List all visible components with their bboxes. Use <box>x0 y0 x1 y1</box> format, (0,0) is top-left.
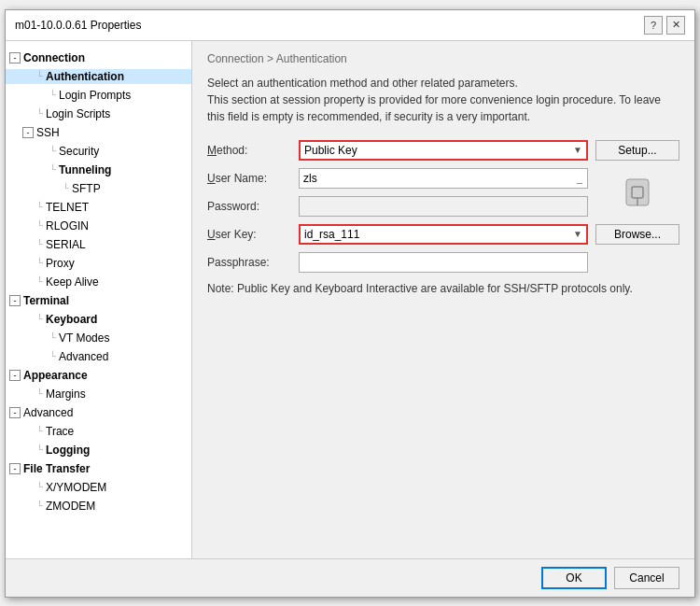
properties-dialog: m01-10.0.0.61 Properties ? ✕ -Connection… <box>5 9 695 598</box>
breadcrumb: Connection > Authentication <box>207 52 679 65</box>
sidebar-item-file-transfer[interactable]: -File Transfer <box>6 459 191 478</box>
sidebar-item-zmodem[interactable]: └ZMODEM <box>6 497 191 515</box>
sidebar-item-label-trace: Trace <box>46 425 74 438</box>
userkey-select[interactable]: id_rsa_111 ▼ <box>299 224 588 245</box>
method-select[interactable]: Public Key ▼ <box>299 140 588 161</box>
sidebar-item-label-margins: Margins <box>46 388 86 401</box>
title-bar: m01-10.0.0.61 Properties ? ✕ <box>6 10 694 41</box>
sidebar: -Connection└Authentication└Login Prompts… <box>6 41 192 558</box>
note-text: Note: Public Key and Keyboard Interactiv… <box>207 280 679 297</box>
sidebar-item-tunneling[interactable]: └Tunneling <box>6 161 191 179</box>
sidebar-item-label-authentication: Authentication <box>46 70 124 83</box>
title-bar-left: m01-10.0.0.61 Properties <box>15 19 141 32</box>
sidebar-item-label-telnet: TELNET <box>46 201 89 214</box>
cursor-indicator: _ <box>577 173 582 184</box>
sidebar-item-advanced[interactable]: └Advanced <box>6 347 191 366</box>
sidebar-item-label-vt-modes: VT Modes <box>59 331 109 345</box>
expand-icon-ssh[interactable]: - <box>22 127 34 138</box>
sidebar-item-xymodem[interactable]: └X/YMODEM <box>6 478 191 497</box>
method-dropdown-arrow: ▼ <box>573 145 582 155</box>
sidebar-item-appearance[interactable]: -Appearance <box>6 366 191 385</box>
passphrase-input[interactable] <box>299 252 588 273</box>
sidebar-item-connection[interactable]: -Connection <box>6 49 191 67</box>
sidebar-item-label-rlogin: RLOGIN <box>46 219 89 233</box>
sidebar-item-label-ssh: SSH <box>36 126 60 139</box>
sidebar-item-login-prompts[interactable]: └Login Prompts <box>6 86 191 105</box>
desc-text1: Select an authentication method and othe… <box>207 77 518 90</box>
ok-button[interactable]: OK <box>541 567 607 589</box>
cancel-button[interactable]: Cancel <box>614 567 679 589</box>
sidebar-item-label-proxy: Proxy <box>46 257 75 270</box>
sidebar-item-label-zmodem: ZMODEM <box>46 500 95 513</box>
sidebar-item-label-security: Security <box>59 145 99 158</box>
sidebar-item-sftp[interactable]: └SFTP <box>6 179 191 198</box>
title-bar-controls: ? ✕ <box>644 16 685 35</box>
sidebar-item-telnet[interactable]: └TELNET <box>6 198 191 217</box>
sidebar-item-label-advanced2: Advanced <box>23 406 73 419</box>
expand-icon-terminal[interactable]: - <box>9 295 21 306</box>
sidebar-item-vt-modes[interactable]: └VT Modes <box>6 329 191 347</box>
key-icon-area <box>595 172 679 213</box>
close-button[interactable]: ✕ <box>666 16 685 35</box>
sidebar-item-logging[interactable]: └Logging <box>6 441 191 459</box>
description1: Select an authentication method and othe… <box>207 75 679 125</box>
key-icon <box>619 172 656 213</box>
userkey-label: User Key: <box>207 228 291 241</box>
sidebar-item-label-keyboard: Keyboard <box>46 313 97 326</box>
expand-icon-advanced2[interactable]: - <box>9 407 21 418</box>
dialog-title: m01-10.0.0.61 Properties <box>15 19 141 32</box>
dialog-footer: OK Cancel <box>6 558 694 597</box>
sidebar-item-label-advanced: Advanced <box>59 350 108 363</box>
sidebar-item-label-connection: Connection <box>23 51 85 64</box>
dialog-body: -Connection└Authentication└Login Prompts… <box>6 41 694 558</box>
sidebar-item-ssh[interactable]: -SSH <box>6 123 191 142</box>
sidebar-item-label-serial: SERIAL <box>46 238 86 251</box>
username-label: User Name: <box>207 172 291 185</box>
sidebar-item-terminal[interactable]: -Terminal <box>6 291 191 310</box>
sidebar-item-login-scripts[interactable]: └Login Scripts <box>6 105 191 123</box>
sidebar-item-label-sftp: SFTP <box>72 182 101 195</box>
sidebar-item-label-logging: Logging <box>46 444 90 457</box>
sidebar-item-label-file-transfer: File Transfer <box>23 462 90 475</box>
sidebar-item-label-login-prompts: Login Prompts <box>59 89 131 102</box>
expand-icon-connection[interactable]: - <box>9 52 21 63</box>
sidebar-item-keyboard[interactable]: └Keyboard <box>6 310 191 329</box>
password-label: Password: <box>207 200 291 213</box>
sidebar-item-label-xymodem: X/YMODEM <box>46 481 106 494</box>
main-content: Connection > Authentication Select an au… <box>192 41 694 558</box>
sidebar-item-label-tunneling: Tunneling <box>59 163 111 176</box>
method-label-text: Method: <box>207 144 247 157</box>
userkey-value: id_rsa_111 <box>304 228 359 241</box>
expand-icon-appearance[interactable]: - <box>9 370 21 381</box>
sidebar-item-proxy[interactable]: └Proxy <box>6 254 191 273</box>
sidebar-item-label-appearance: Appearance <box>23 369 88 382</box>
sidebar-item-label-keep-alive: Keep Alive <box>46 275 99 289</box>
sidebar-item-margins[interactable]: └Margins <box>6 385 191 403</box>
sidebar-item-serial[interactable]: └SERIAL <box>6 235 191 254</box>
sidebar-item-label-terminal: Terminal <box>23 294 69 307</box>
setup-button[interactable]: Setup... <box>595 140 679 161</box>
userkey-dropdown-arrow: ▼ <box>573 229 582 239</box>
expand-icon-file-transfer[interactable]: - <box>9 463 21 474</box>
sidebar-item-label-login-scripts: Login Scripts <box>46 107 110 120</box>
sidebar-item-trace[interactable]: └Trace <box>6 422 191 441</box>
sidebar-item-keep-alive[interactable]: └Keep Alive <box>6 273 191 291</box>
help-button[interactable]: ? <box>644 16 663 35</box>
passphrase-label: Passphrase: <box>207 256 291 269</box>
sidebar-item-authentication[interactable]: └Authentication <box>6 67 191 86</box>
password-input[interactable] <box>299 196 588 217</box>
method-label: Method: <box>207 144 291 157</box>
method-value: Public Key <box>304 144 357 157</box>
desc-text2: This section at session property is prov… <box>207 93 661 123</box>
sidebar-item-advanced2[interactable]: -Advanced <box>6 403 191 422</box>
browse-button[interactable]: Browse... <box>595 224 679 245</box>
username-input[interactable] <box>299 168 588 189</box>
sidebar-item-rlogin[interactable]: └RLOGIN <box>6 217 191 235</box>
sidebar-item-security[interactable]: └Security <box>6 142 191 161</box>
